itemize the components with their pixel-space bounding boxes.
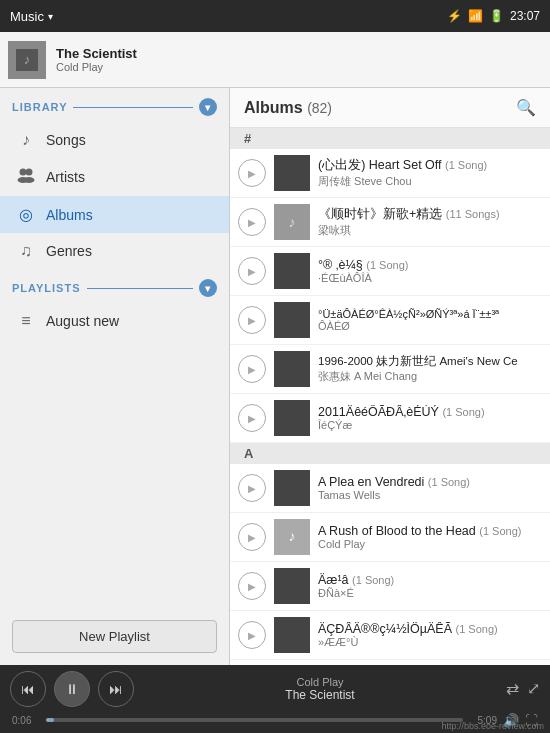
albums-icon: ◎ xyxy=(16,205,36,224)
play-button[interactable]: ▶ xyxy=(238,355,266,383)
svg-text:♪: ♪ xyxy=(24,52,31,67)
album-info: Äæ¹â (1 Song) ÐÑà×É xyxy=(318,573,542,599)
list-item[interactable]: ▶ °® ‚è¼§ (1 Song) ·ÉŒùÀÔÎÀ xyxy=(230,247,550,296)
album-artist: 周传雄 Steve Chou xyxy=(318,174,542,189)
dropdown-chevron: ▾ xyxy=(48,11,53,22)
play-button[interactable]: ▶ xyxy=(238,257,266,285)
playlists-section-header: PLAYLISTS ▾ xyxy=(0,273,229,303)
prev-button[interactable]: ⏮ xyxy=(10,671,46,707)
album-art: ♪ xyxy=(274,519,310,555)
content-title: Albums (82) xyxy=(244,99,332,117)
sidebar: LIBRARY ▾ ♪ Songs Artists ◎ Albums ♫ Gen… xyxy=(0,88,230,665)
album-artist: 梁咏琪 xyxy=(318,223,542,238)
next-button[interactable]: ⏭ xyxy=(98,671,134,707)
sidebar-item-august-new[interactable]: ≡ August new xyxy=(0,303,229,339)
sidebar-item-songs[interactable]: ♪ Songs xyxy=(0,122,229,158)
new-playlist-button[interactable]: New Playlist xyxy=(12,620,217,653)
section-divider-a: A xyxy=(230,443,550,464)
genres-icon: ♫ xyxy=(16,242,36,260)
sidebar-item-genres[interactable]: ♫ Genres xyxy=(0,233,229,269)
fullscreen-icon[interactable]: ⛶ xyxy=(525,713,538,728)
progress-bar-fill xyxy=(46,718,54,722)
now-playing-title: The Scientist xyxy=(56,46,542,61)
battery-icon: 🔋 xyxy=(489,9,504,23)
play-button[interactable]: ▶ xyxy=(238,621,266,649)
now-playing-info: The Scientist Cold Play xyxy=(56,46,542,73)
content-area: Albums (82) 🔍 # ▶ (心出发) Heart Set Off (1… xyxy=(230,88,550,665)
sidebar-item-artists[interactable]: Artists xyxy=(0,158,229,196)
status-icons: ⚡ 📶 🔋 23:07 xyxy=(447,9,540,23)
album-name: ÄÇÐÂÄ®®ç¼½ÌÖµÄÊÃ (1 Song) xyxy=(318,622,542,636)
album-info: 1996-2000 妹力新世纪 Amei's New Ce 张惠妹 A Mei … xyxy=(318,354,542,384)
sidebar-item-songs-label: Songs xyxy=(46,132,86,148)
progress-row: 0:06 5:09 🔊 ⛶ xyxy=(10,713,540,728)
sidebar-item-albums[interactable]: ◎ Albums xyxy=(0,196,229,233)
volume-icon[interactable]: 🔊 xyxy=(503,713,519,728)
play-button[interactable]: ▶ xyxy=(238,159,266,187)
album-art xyxy=(274,470,310,506)
album-info: °Ü±äÔÀÉØ°ÊÀ½çÑ²»ØÑÝ³ª»á Ï¨±±³ª ÔÀÉØ xyxy=(318,308,542,332)
play-button[interactable]: ▶ xyxy=(238,474,266,502)
svg-point-3 xyxy=(26,169,33,176)
album-list: # ▶ (心出发) Heart Set Off (1 Song) 周传雄 Ste… xyxy=(230,128,550,665)
album-name: A Rush of Blood to the Head (1 Song) xyxy=(318,524,542,538)
list-item[interactable]: ▶ (心出发) Heart Set Off (1 Song) 周传雄 Steve… xyxy=(230,149,550,198)
play-button[interactable]: ▶ xyxy=(238,523,266,551)
shuffle-icon[interactable]: ⇄ xyxy=(506,679,519,698)
album-name: °Ü±äÔÀÉØ°ÊÀ½çÑ²»ØÑÝ³ª»á Ï¨±±³ª xyxy=(318,308,542,320)
list-item[interactable]: ▶ 1996-2000 妹力新世纪 Amei's New Ce 张惠妹 A Me… xyxy=(230,345,550,394)
pause-button[interactable]: ⏸ xyxy=(54,671,90,707)
album-art xyxy=(274,617,310,653)
wifi-icon: 📶 xyxy=(468,9,483,23)
usb-icon: ⚡ xyxy=(447,9,462,23)
now-playing-thumbnail: ♪ xyxy=(8,41,46,79)
album-art xyxy=(274,253,310,289)
library-chevron[interactable]: ▾ xyxy=(199,98,217,116)
album-info: A Plea en Vendredi (1 Song) Tamas Wells xyxy=(318,475,542,501)
album-art: ♪ xyxy=(274,204,310,240)
album-artist: ÎéÇÝæ xyxy=(318,419,542,431)
album-info: °® ‚è¼§ (1 Song) ·ÉŒùÀÔÎÀ xyxy=(318,258,542,284)
progress-bar[interactable] xyxy=(46,718,463,722)
app-title-area: Music ▾ xyxy=(10,9,53,24)
play-button[interactable]: ▶ xyxy=(238,404,266,432)
album-name: Äæ¹â (1 Song) xyxy=(318,573,542,587)
playlists-label: PLAYLISTS xyxy=(12,282,81,294)
album-art xyxy=(274,400,310,436)
album-name: °® ‚è¼§ (1 Song) xyxy=(318,258,542,272)
play-button[interactable]: ▶ xyxy=(238,208,266,236)
songs-icon: ♪ xyxy=(16,131,36,149)
svg-text:♪: ♪ xyxy=(289,528,296,544)
player-bar: ⏮ ⏸ ⏭ Cold Play The Scientist ⇄ ⤢ 0:06 5… xyxy=(0,665,550,733)
svg-point-2 xyxy=(20,169,27,176)
expand-icon[interactable]: ⤢ xyxy=(527,679,540,698)
list-item[interactable]: ▶ 2011ÄêéÔÃÐÂ‚èÉÙÝ (1 Song) ÎéÇÝæ xyxy=(230,394,550,443)
playlists-chevron[interactable]: ▾ xyxy=(199,279,217,297)
album-art xyxy=(274,155,310,191)
svg-point-5 xyxy=(24,177,35,183)
list-item[interactable]: ▶ A Plea en Vendredi (1 Song) Tamas Well… xyxy=(230,464,550,513)
list-item[interactable]: ▶ ♪ A Rush of Blood to the Head (1 Song)… xyxy=(230,513,550,562)
playlist-icon: ≡ xyxy=(16,312,36,330)
search-icon[interactable]: 🔍 xyxy=(516,98,536,117)
play-button[interactable]: ▶ xyxy=(238,306,266,334)
player-center: Cold Play The Scientist xyxy=(144,676,496,702)
list-item[interactable]: ▶ ÄÇÐÂÄ®®ç¼½ÌÖµÄÊÃ (1 Song) »ÆÆ°Ù xyxy=(230,611,550,660)
list-item[interactable]: ▶ ♪ 《顺时针》新歌+精选 (11 Songs) 梁咏琪 xyxy=(230,198,550,247)
library-section-header: LIBRARY ▾ xyxy=(0,92,229,122)
album-info: 2011ÄêéÔÃÐÂ‚èÉÙÝ (1 Song) ÎéÇÝæ xyxy=(318,405,542,431)
album-info: ÄÇÐÂÄ®®ç¼½ÌÖµÄÊÃ (1 Song) »ÆÆ°Ù xyxy=(318,622,542,648)
list-item[interactable]: ▶ Äæ¹â (1 Song) ÐÑà×É xyxy=(230,562,550,611)
album-name: A Plea en Vendredi (1 Song) xyxy=(318,475,542,489)
content-header: Albums (82) 🔍 xyxy=(230,88,550,128)
now-playing-bar: ♪ The Scientist Cold Play xyxy=(0,32,550,88)
sidebar-item-august-new-label: August new xyxy=(46,313,119,329)
now-playing-artist: Cold Play xyxy=(56,61,542,73)
play-button[interactable]: ▶ xyxy=(238,572,266,600)
sidebar-item-albums-label: Albums xyxy=(46,207,93,223)
sidebar-bottom: New Playlist xyxy=(0,608,229,665)
list-item[interactable]: ▶ °Ü±äÔÀÉØ°ÊÀ½çÑ²»ØÑÝ³ª»á Ï¨±±³ª ÔÀÉØ xyxy=(230,296,550,345)
album-info: (心出发) Heart Set Off (1 Song) 周传雄 Steve C… xyxy=(318,157,542,189)
library-divider xyxy=(73,107,193,108)
player-bar-wrapper: ⏮ ⏸ ⏭ Cold Play The Scientist ⇄ ⤢ 0:06 5… xyxy=(0,665,550,733)
